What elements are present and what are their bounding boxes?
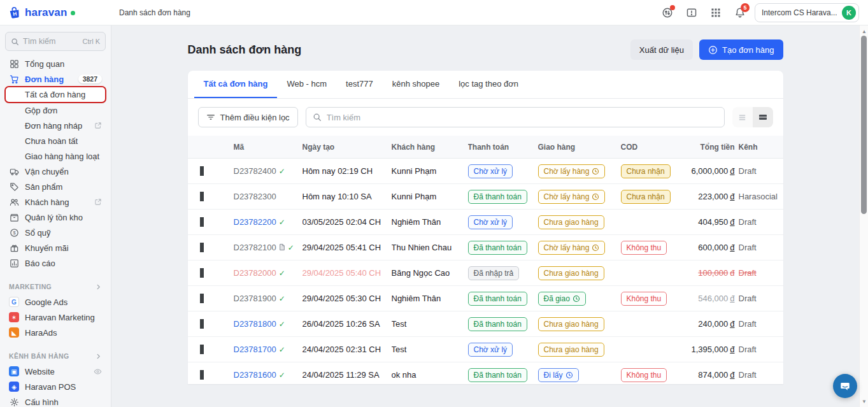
apps-menu-button[interactable] xyxy=(706,3,725,22)
sync-status-button[interactable] xyxy=(658,3,677,22)
sidebar-item-khách-hàng[interactable]: Khách hàng xyxy=(5,194,106,210)
sidebar-item-khuyến-mãi[interactable]: Khuyến mãi xyxy=(5,240,106,255)
cell-expand xyxy=(188,166,211,176)
cell-channel: Draft xyxy=(739,217,783,227)
expand-row-arrow[interactable] xyxy=(200,243,204,252)
sidebar-item-haravan-marketing[interactable]: ✶Haravan Marketing xyxy=(5,310,106,325)
table-row[interactable]: D23782100✓29/04/2025 05:41 CHThu Nhien C… xyxy=(188,235,783,261)
sidebar-section-kênh-bán-hàng[interactable]: KÊNH BÁN HÀNG xyxy=(5,348,106,364)
cell-total: 600,000đ xyxy=(688,243,739,252)
cell-code: D23782200✓ xyxy=(234,217,302,227)
table-row[interactable]: D23782000✓29/04/2025 05:40 CHBăng Ngọc C… xyxy=(188,261,783,286)
sidebar-item-tổng-quan[interactable]: Tổng quan xyxy=(5,56,106,71)
order-code-link[interactable]: D23782100 xyxy=(234,243,276,252)
sidebar-item-cấu-hình[interactable]: Cấu hình xyxy=(5,394,106,407)
scroll-up-arrow[interactable]: ▲ xyxy=(860,27,868,36)
cell-code: D23781900✓ xyxy=(234,294,302,303)
haravan-logo[interactable]: H haravan xyxy=(0,6,111,20)
export-data-button[interactable]: Xuất dữ liệu xyxy=(630,39,693,60)
sidebar: Ctrl K Tổng quanĐơn hàng3827Tất cả đơn h… xyxy=(0,25,111,407)
sidebar-item-google-ads[interactable]: GGoogle Ads xyxy=(5,294,106,310)
eye-icon xyxy=(94,368,102,376)
promotion-icon xyxy=(9,243,19,253)
cod-status-badge-label: Không thu xyxy=(627,243,662,253)
orders-search-input[interactable] xyxy=(327,113,718,122)
order-code-link[interactable]: D23782300 xyxy=(234,192,276,201)
header-cell-2: Khách hàng xyxy=(392,143,468,152)
sidebar-item-website[interactable]: ▣Website xyxy=(5,364,106,379)
sidebar-item-báo-cáo[interactable]: Báo cáo xyxy=(5,255,106,271)
table-row[interactable]: D23781800✓26/04/2025 10:26 SATestĐã than… xyxy=(188,311,783,337)
vertical-scrollbar[interactable]: ▲ ▼ xyxy=(859,25,868,407)
sidebar-section-marketing[interactable]: MARKETING xyxy=(5,279,106,294)
cell-channel: Draft xyxy=(739,319,783,329)
table-row[interactable]: D23781600✓24/04/2025 11:29 SAok nhaĐã th… xyxy=(188,362,783,384)
sidebar-subitem-gộp-đơn[interactable]: Gộp đơn xyxy=(5,103,106,118)
order-code-link[interactable]: D23782200 xyxy=(234,217,276,227)
tab-test777[interactable]: test777 xyxy=(336,71,383,98)
document-icon xyxy=(279,243,285,251)
sidebar-item-haravan-pos[interactable]: ◈Haravan POS xyxy=(5,379,106,394)
create-order-button[interactable]: Tạo đơn hàng xyxy=(699,39,783,60)
expand-row-arrow[interactable] xyxy=(200,217,204,227)
add-filter-button[interactable]: Thêm điều kiện lọc xyxy=(198,107,298,127)
expand-row-arrow[interactable] xyxy=(200,166,204,176)
tab-web---hcm[interactable]: Web - hcm xyxy=(277,71,336,98)
order-code-link[interactable]: D23782400 xyxy=(234,166,276,176)
sidebar-item-haraads[interactable]: ◣HaraAds xyxy=(5,325,106,340)
payment-status-badge: Đã thanh toán xyxy=(468,368,527,382)
cell-customer: Nghiêm Thân xyxy=(392,294,468,303)
sidebar-search-input[interactable] xyxy=(23,37,73,46)
sidebar-item-label: Cấu hình xyxy=(25,397,59,407)
cell-expand xyxy=(188,217,211,227)
sidebar-item-đơn-hàng[interactable]: Đơn hàng3827 xyxy=(5,71,106,87)
tab-tất-cả-đơn-hàng[interactable]: Tất cả đơn hàng xyxy=(194,71,278,98)
order-total: 874,000 xyxy=(698,370,728,380)
table-row[interactable]: D23782300Hôm nay 10:10 SAKunni PhạmĐã th… xyxy=(188,184,783,210)
expand-row-arrow[interactable] xyxy=(200,370,204,380)
sidebar-subitem-tất-cả-đơn-hàng[interactable]: Tất cả đơn hàng xyxy=(5,87,106,103)
expand-row-arrow[interactable] xyxy=(200,294,204,303)
orders-search[interactable] xyxy=(306,107,725,127)
sidebar-item-sổ-quỹ[interactable]: $Sổ quỹ xyxy=(5,225,106,240)
currency-symbol: đ xyxy=(730,217,734,227)
table-row[interactable]: D23782400✓Hôm nay 02:19 CHKunni PhạmChờ … xyxy=(188,159,783,184)
cell-cod-status: Không thu xyxy=(621,368,688,382)
table-row[interactable]: D23782200✓03/05/2025 02:04 CHNghiêm Thân… xyxy=(188,210,783,235)
table-view-button[interactable] xyxy=(753,107,773,127)
expand-row-arrow[interactable] xyxy=(200,345,204,354)
haraads-icon: ◣ xyxy=(9,327,19,338)
expand-row-arrow[interactable] xyxy=(200,192,204,201)
payment-status-badge-label: Chờ xử lý xyxy=(474,345,508,355)
sidebar-search[interactable]: Ctrl K xyxy=(5,32,106,51)
table-row[interactable]: D23781700✓24/04/2025 02:31 CHTestChờ xử … xyxy=(188,337,783,362)
apps-grid-icon xyxy=(711,8,721,18)
order-code-link[interactable]: D23781700 xyxy=(234,345,276,354)
feedback-button[interactable] xyxy=(682,3,701,22)
list-view-button[interactable] xyxy=(732,107,753,127)
notifications-button[interactable]: 5 xyxy=(730,3,750,22)
cell-shipping-status: Đi lấy xyxy=(538,368,621,382)
tab-lọc-tag-theo-đơn[interactable]: lọc tag theo đơn xyxy=(449,71,528,98)
sidebar-subitem-đơn-hàng-nháp[interactable]: Đơn hàng nháp xyxy=(5,118,106,133)
scroll-down-arrow[interactable]: ▼ xyxy=(860,397,868,406)
cash-icon: $ xyxy=(9,227,19,238)
sidebar-item-quản-lý-tồn-kho[interactable]: Quản lý tồn kho xyxy=(5,210,106,225)
order-code-link[interactable]: D23781900 xyxy=(234,294,276,303)
scrollbar-thumb[interactable] xyxy=(861,36,867,214)
tab-kênh-shopee[interactable]: kênh shopee xyxy=(383,71,449,98)
account-menu[interactable]: Intercom CS Harava... K xyxy=(755,3,859,22)
order-code-link[interactable]: D23781600 xyxy=(234,370,276,380)
order-code-link[interactable]: D23782000 xyxy=(234,268,276,278)
expand-row-arrow[interactable] xyxy=(200,319,204,329)
sidebar-item-vận-chuyển[interactable]: Vận chuyển xyxy=(5,164,106,179)
sidebar-item-sản-phẩm[interactable]: Sản phẩm xyxy=(5,179,106,194)
order-code-link[interactable]: D23781800 xyxy=(234,319,276,329)
sidebar-subitem-chưa-hoàn-tất[interactable]: Chưa hoàn tất xyxy=(5,133,106,148)
cell-customer: Kunni Phạm xyxy=(392,192,468,201)
intercom-chat-button[interactable] xyxy=(833,374,857,398)
expand-row-arrow[interactable] xyxy=(200,268,204,278)
table-row[interactable]: D23781900✓29/04/2025 05:30 CHNghiêm Thân… xyxy=(188,286,783,311)
sidebar-subitem-giao-hàng-hàng-loạt[interactable]: Giao hàng hàng loạt xyxy=(5,148,106,164)
cell-code: D23781800✓ xyxy=(234,319,302,329)
